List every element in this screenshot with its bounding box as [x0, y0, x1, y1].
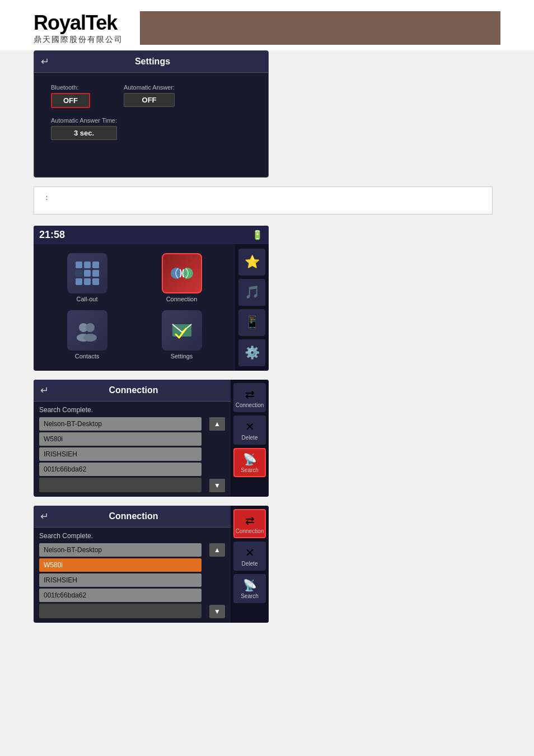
conn1-btn-connection[interactable]: ⇄ Connection [233, 383, 266, 412]
menu-right-sidebar: ⭐ 🎵 📱 ⚙️ [235, 244, 269, 371]
settings-row-1: Bluetooth: OFF Automatic Answer: OFF [51, 84, 251, 108]
conn2-btn-connection[interactable]: ⇄ Connection [233, 509, 266, 538]
settings-icon-box [162, 310, 202, 351]
conn1-scroll-down[interactable]: ▼ [209, 479, 225, 492]
auto-answer-field: Automatic Answer: OFF [124, 84, 175, 108]
connection-main-2: ↵ Connection Search Complete. Nelson-BT-… [34, 506, 231, 623]
settings-header: ↵ Settings [34, 51, 268, 73]
main-menu-panel: 21:58 🔋 [34, 226, 269, 371]
callout-icon-box [67, 253, 107, 293]
conn1-btn-delete[interactable]: ✕ Delete [233, 416, 266, 445]
connection-header-1: ↵ Connection [34, 380, 231, 402]
conn2-btn-search[interactable]: 📡 Search [233, 574, 266, 603]
conn1-device-1[interactable]: W580i [39, 432, 202, 446]
conn2-delete-icon: ✕ [245, 546, 255, 559]
top-section: RoyalTek 鼎天國際股份有限公司 [0, 0, 534, 50]
conn2-scroll-down[interactable]: ▼ [209, 605, 225, 618]
bluetooth-label: Bluetooth: [51, 84, 90, 91]
settings-label: Settings [171, 353, 193, 360]
menu-icons-grid: Call-out Connection [34, 244, 235, 371]
conn1-sidebar: ⇄ Connection ✕ Delete 📡 Search [231, 380, 269, 497]
menu-item-contacts[interactable]: Contacts [43, 310, 132, 362]
conn2-back-icon[interactable]: ↵ [40, 510, 49, 522]
settings-row-2: Automatic Answer Time: 3 sec. [51, 117, 251, 140]
conn1-device-empty [39, 478, 202, 492]
auto-answer-time-label: Automatic Answer Time: [51, 117, 117, 124]
conn1-search-complete: Search Complete. [39, 406, 225, 414]
auto-answer-value[interactable]: OFF [124, 93, 175, 107]
conn1-connection-label: Connection [236, 402, 264, 408]
conn2-search-icon: 📡 [243, 578, 257, 592]
conn1-device-area: Nelson-BT-Desktop W580i IRISHSIEH 001fc6… [39, 417, 225, 492]
sidebar-btn-star[interactable]: ⭐ [238, 249, 265, 276]
conn1-search-label: Search [241, 467, 259, 473]
sidebar-btn-phone[interactable]: 📱 [238, 309, 265, 336]
conn1-back-icon[interactable]: ↵ [40, 384, 49, 396]
conn2-device-2[interactable]: IRISHSIEH [39, 573, 202, 587]
conn1-btn-search[interactable]: 📡 Search [233, 448, 266, 477]
conn1-scroll-up[interactable]: ▲ [209, 417, 225, 431]
svg-point-3 [86, 323, 95, 332]
bluetooth-value[interactable]: OFF [51, 93, 90, 108]
menu-item-connection[interactable]: Connection [137, 253, 226, 305]
conn1-device-list: Nelson-BT-Desktop W580i IRISHSIEH 001fc6… [39, 417, 202, 492]
contacts-label: Contacts [75, 353, 99, 360]
gear-icon: ⚙️ [245, 346, 260, 360]
back-arrow-icon[interactable]: ↵ [41, 55, 49, 68]
settings-icon-svg [168, 316, 196, 344]
menu-item-callout[interactable]: Call-out [43, 253, 132, 305]
sidebar-btn-gear[interactable]: ⚙️ [238, 339, 265, 366]
conn1-delete-icon: ✕ [245, 420, 255, 433]
settings-panel: ↵ Settings Bluetooth: OFF Automatic Answ… [34, 50, 269, 178]
connection-panel-2: ↵ Connection Search Complete. Nelson-BT-… [34, 506, 269, 623]
conn2-device-list: Nelson-BT-Desktop W580i IRISHSIEH 001fc6… [39, 543, 202, 618]
conn2-scroll-up[interactable]: ▲ [209, 543, 225, 557]
connection-icon-svg [168, 259, 196, 287]
conn1-title: Connection [54, 385, 213, 395]
conn2-connection-label: Connection [236, 528, 264, 534]
connection-body-1: Search Complete. Nelson-BT-Desktop W580i… [34, 402, 231, 497]
connection-header-2: ↵ Connection [34, 506, 231, 528]
star-icon: ⭐ [245, 255, 260, 269]
conn2-device-area: Nelson-BT-Desktop W580i IRISHSIEH 001fc6… [39, 543, 225, 618]
settings-title: Settings [55, 57, 250, 67]
battery-icon: 🔋 [252, 230, 263, 240]
conn1-connection-icon: ⇄ [245, 388, 255, 401]
conn2-device-0[interactable]: Nelson-BT-Desktop [39, 543, 202, 557]
brown-box [140, 11, 500, 45]
connection-main-1: ↵ Connection Search Complete. Nelson-BT-… [34, 380, 231, 497]
conn1-device-3[interactable]: 001fc66bda62 [39, 463, 202, 476]
music-icon: 🎵 [245, 285, 260, 300]
conn2-btn-delete[interactable]: ✕ Delete [233, 542, 266, 571]
conn1-delete-label: Delete [242, 435, 258, 441]
note-box: ： [34, 186, 493, 214]
conn2-search-complete: Search Complete. [39, 532, 225, 540]
logo-title: RoyalTek [34, 11, 123, 35]
sidebar-btn-music[interactable]: 🎵 [238, 279, 265, 306]
connection-icon-box [162, 253, 202, 293]
phone-icon: 📱 [245, 315, 260, 330]
connection-label: Connection [166, 296, 198, 302]
logo-area: RoyalTek 鼎天國際股份有限公司 [34, 11, 134, 45]
auto-answer-time-field: Automatic Answer Time: 3 sec. [51, 117, 117, 140]
auto-answer-time-value[interactable]: 3 sec. [51, 126, 117, 140]
callout-label: Call-out [77, 296, 98, 302]
menu-item-settings[interactable]: Settings [137, 310, 226, 362]
bluetooth-field: Bluetooth: OFF [51, 84, 90, 108]
conn1-search-icon: 📡 [243, 452, 257, 466]
logo-subtitle: 鼎天國際股份有限公司 [34, 35, 123, 45]
conn2-sidebar: ⇄ Connection ✕ Delete 📡 Search [231, 506, 269, 623]
conn2-search-label: Search [241, 593, 259, 599]
contacts-icon-svg [73, 316, 101, 344]
conn1-device-0[interactable]: Nelson-BT-Desktop [39, 417, 202, 431]
conn2-device-3[interactable]: 001fc66bda62 [39, 589, 202, 602]
contacts-icon-box [67, 310, 107, 351]
time-display: 21:58 [39, 229, 65, 241]
auto-answer-label: Automatic Answer: [124, 84, 175, 91]
conn1-device-2[interactable]: IRISHSIEH [39, 447, 202, 461]
connection-body-2: Search Complete. Nelson-BT-Desktop W580i… [34, 528, 231, 623]
menu-header-bar: 21:58 🔋 [34, 226, 269, 244]
conn2-device-1[interactable]: W580i [39, 558, 202, 572]
conn2-delete-label: Delete [242, 561, 258, 567]
menu-grid-area: Call-out Connection [34, 244, 269, 371]
